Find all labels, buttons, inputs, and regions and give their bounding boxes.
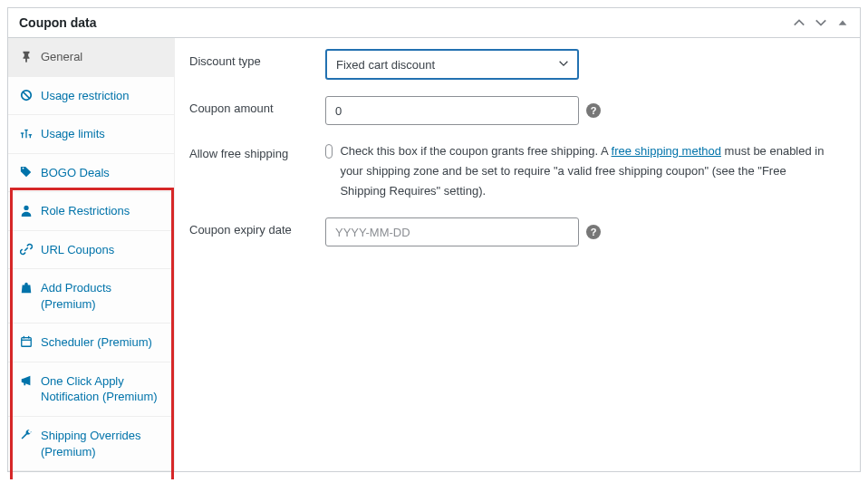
sidebar: General Usage restriction Usage limits B… [8,38,175,471]
ban-icon [19,89,34,101]
panel-collapse-icon[interactable] [836,16,849,29]
svg-line-1 [24,92,30,98]
pushpin-icon [19,50,34,63]
svg-point-8 [24,206,28,210]
tab-bogo-deals[interactable]: BOGO Deals [8,154,174,193]
expiry-date-input[interactable] [325,217,579,246]
tab-general[interactable]: General [8,38,174,77]
free-shipping-checkbox[interactable] [325,144,333,159]
panel-header: Coupon data [8,8,860,38]
row-expiry-date: Coupon expiry date ? [189,217,842,246]
tags-icon [19,166,34,179]
svg-rect-9 [22,338,32,347]
field-label: Coupon expiry date [189,217,325,237]
help-icon[interactable]: ? [586,225,601,239]
discount-type-select[interactable]: Fixed cart discount [325,49,579,80]
tab-add-products[interactable]: Add Products (Premium) [8,269,174,324]
bag-icon [19,281,34,294]
tab-shipping-overrides[interactable]: Shipping Overrides (Premium) [8,417,174,471]
row-discount-type: Discount type Fixed cart discount [189,49,842,80]
row-coupon-amount: Coupon amount ? [189,96,842,125]
tab-usage-limits[interactable]: Usage limits [8,115,174,154]
row-free-shipping: Allow free shipping Check this box if th… [189,141,842,201]
tab-label: Usage restriction [41,88,163,104]
coupon-amount-input[interactable] [325,96,579,125]
panel-move-down-icon[interactable] [815,16,827,29]
tab-label: Shipping Overrides (Premium) [41,428,163,459]
discount-type-select-wrap: Fixed cart discount [325,49,579,80]
tab-label: Usage limits [41,126,163,142]
link-icon [19,243,34,256]
panel-body: General Usage restriction Usage limits B… [8,38,860,471]
tab-label: Role Restrictions [41,203,163,219]
tab-one-click-apply[interactable]: One Click Apply Notification (Premium) [8,362,174,417]
free-shipping-description: Check this box if the coupon grants free… [340,141,833,201]
tab-label: BOGO Deals [41,165,163,181]
help-icon[interactable]: ? [586,103,601,118]
levels-icon [19,127,34,140]
tab-label: One Click Apply Notification (Premium) [41,373,163,405]
panel-controls [793,16,849,29]
coupon-data-panel: Coupon data General Usage restriction Us… [7,7,861,472]
tab-content-general: Discount type Fixed cart discount Coupon… [175,38,860,471]
field-label: Allow free shipping [189,141,325,160]
tab-label: General [41,49,163,65]
field-label: Coupon amount [189,96,325,115]
panel-title: Coupon data [19,15,97,30]
tab-url-coupons[interactable]: URL Coupons [8,231,174,270]
tab-role-restrictions[interactable]: Role Restrictions [8,192,174,231]
wrench-icon [19,429,34,441]
panel-move-up-icon[interactable] [793,16,805,29]
user-icon [19,204,34,217]
tab-label: URL Coupons [41,242,163,258]
calendar-icon [19,335,34,348]
tab-scheduler[interactable]: Scheduler (Premium) [8,324,174,362]
field-label: Discount type [189,49,325,68]
tab-label: Add Products (Premium) [41,280,163,312]
megaphone-icon [19,374,34,387]
free-shipping-method-link[interactable]: free shipping method [612,144,721,158]
tab-label: Scheduler (Premium) [41,334,163,351]
tab-usage-restriction[interactable]: Usage restriction [8,77,174,116]
